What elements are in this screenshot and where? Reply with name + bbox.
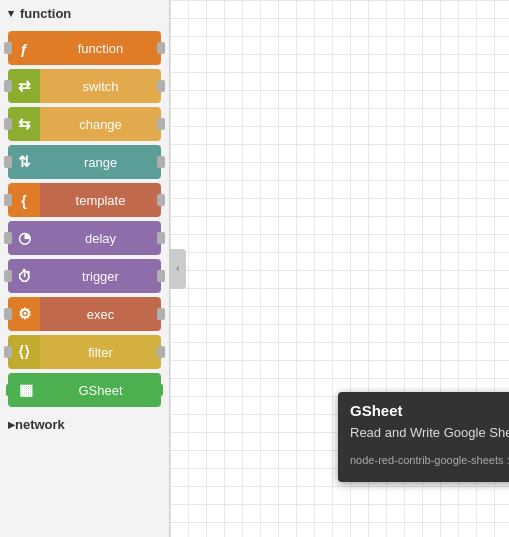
- port-right-switch: [157, 80, 165, 92]
- tooltip-title: GSheet: [350, 402, 509, 419]
- port-left-change: [4, 118, 12, 130]
- section-label-function: function: [20, 6, 71, 21]
- port-left-delay: [4, 232, 12, 244]
- node-label-template: template: [40, 183, 161, 217]
- node-icon-switch: ⇄: [8, 69, 40, 103]
- port-right-change: [157, 118, 165, 130]
- sidebar: ▾ function ƒ function ⇄ switch ⇆ change: [0, 0, 170, 537]
- port-right-template: [157, 194, 165, 206]
- port-right-range: [157, 156, 165, 168]
- node-gsheet[interactable]: ▦ GSheet: [8, 373, 161, 407]
- port-right-trigger: [157, 270, 165, 282]
- chevron-network-icon: ▸: [8, 417, 15, 432]
- node-label-gsheet: GSheet: [42, 373, 159, 407]
- tooltip-footer: node-red-contrib-google-sheets : GSheet …: [350, 448, 509, 472]
- node-trigger[interactable]: ⏱ trigger: [8, 259, 161, 293]
- node-icon-exec: ⚙: [8, 297, 40, 331]
- section-label-network: network: [15, 417, 65, 432]
- port-right-filter: [157, 346, 165, 358]
- node-icon-filter: ⟨⟩: [8, 335, 40, 369]
- chevron-function-icon: ▾: [8, 7, 14, 20]
- node-label-change: change: [40, 107, 161, 141]
- node-label-delay: delay: [40, 221, 161, 255]
- port-left-trigger: [4, 270, 12, 282]
- port-left-switch: [4, 80, 12, 92]
- node-icon-change: ⇆: [8, 107, 40, 141]
- canvas: ‹ GSheet Read and Write Google Sheets da…: [170, 0, 509, 537]
- tooltip-module: node-red-contrib-google-sheets : GSheet: [350, 454, 509, 466]
- tooltip-description: Read and Write Google Sheets data.: [350, 425, 509, 440]
- node-delay[interactable]: ◔ delay: [8, 221, 161, 255]
- node-label-range: range: [40, 145, 161, 179]
- node-icon-gsheet: ▦: [10, 373, 42, 407]
- port-left-exec: [4, 308, 12, 320]
- node-label-switch: switch: [40, 69, 161, 103]
- collapse-sidebar-button[interactable]: ‹: [170, 249, 186, 289]
- node-template[interactable]: { template: [8, 183, 161, 217]
- function-nodes-list: ƒ function ⇄ switch ⇆ change ⇅ range: [0, 27, 169, 411]
- port-left-function: [4, 42, 12, 54]
- node-filter[interactable]: ⟨⟩ filter: [8, 335, 161, 369]
- port-left-filter: [4, 346, 12, 358]
- gsheet-tooltip: GSheet Read and Write Google Sheets data…: [338, 392, 509, 482]
- node-function[interactable]: ƒ function: [8, 31, 161, 65]
- node-icon-template: {: [8, 183, 40, 217]
- node-range[interactable]: ⇅ range: [8, 145, 161, 179]
- node-label-function: function: [40, 31, 161, 65]
- node-label-exec: exec: [40, 297, 161, 331]
- port-left-range: [4, 156, 12, 168]
- node-change[interactable]: ⇆ change: [8, 107, 161, 141]
- node-exec[interactable]: ⚙ exec: [8, 297, 161, 331]
- section-header-network[interactable]: ▸ network: [0, 411, 169, 438]
- port-left-template: [4, 194, 12, 206]
- port-right-function: [157, 42, 165, 54]
- node-icon-trigger: ⏱: [8, 259, 40, 293]
- port-right-exec: [157, 308, 165, 320]
- node-icon-delay: ◔: [8, 221, 40, 255]
- port-left-gsheet: [6, 384, 14, 396]
- node-switch[interactable]: ⇄ switch: [8, 69, 161, 103]
- port-right-delay: [157, 232, 165, 244]
- node-label-trigger: trigger: [40, 259, 161, 293]
- port-right-gsheet: [155, 384, 163, 396]
- node-icon-range: ⇅: [8, 145, 40, 179]
- node-label-filter: filter: [40, 335, 161, 369]
- section-header-function[interactable]: ▾ function: [0, 0, 169, 27]
- collapse-arrow-icon: ‹: [176, 263, 179, 274]
- node-icon-function: ƒ: [8, 31, 40, 65]
